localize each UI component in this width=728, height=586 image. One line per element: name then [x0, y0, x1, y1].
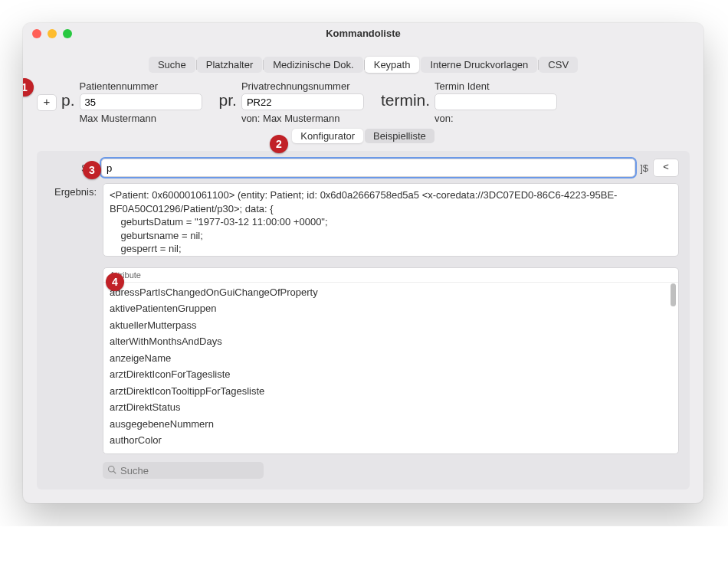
callout-badge-3: 3 — [83, 161, 101, 179]
invoice-input[interactable] — [241, 93, 364, 110]
attribute-item[interactable]: adressPartIsChangedOnGuiChangeOfProperty — [110, 284, 672, 300]
attribute-item[interactable]: aktivePatientenGruppen — [110, 300, 672, 316]
svg-line-1 — [113, 471, 116, 473]
attribute-item[interactable]: anzeigeName — [110, 350, 672, 366]
configurator-panel: $[& ]$ < Ergebnis: <Patient: 0x600001061… — [37, 151, 690, 489]
attribute-list[interactable]: adressPartIsChangedOnGuiChangeOfProperty… — [103, 283, 678, 450]
invoice-sublabel: von: Max Mustermann — [241, 113, 364, 124]
tab-keypath[interactable]: Keypath — [365, 57, 420, 73]
result-label: Ergebnis: — [48, 183, 97, 257]
result-row: Ergebnis: <Patient: 0x600001061100> (ent… — [48, 183, 679, 257]
attribute-item[interactable]: authorColor — [110, 432, 672, 448]
minimize-icon[interactable] — [48, 29, 57, 38]
patient-input[interactable] — [80, 93, 202, 110]
termin-sublabel: von: — [435, 113, 557, 124]
window-title: Kommandoliste — [23, 28, 703, 39]
termin-prefix: termin. — [381, 91, 430, 110]
callout-badge-2: 2 — [270, 135, 288, 153]
svg-point-0 — [109, 466, 115, 472]
keypath-row: $[& ]$ < — [48, 159, 679, 177]
callout-badge-4: 4 — [106, 273, 124, 291]
tab-medizinische-dok[interactable]: Medizinische Dok. — [264, 57, 363, 73]
patient-prefix: p. — [61, 91, 75, 110]
invoice-field-block: Privatrechnungsnummer von: Max Musterman… — [241, 80, 364, 124]
zoom-icon[interactable] — [63, 29, 72, 38]
main-tabbar: Suche Platzhalter Medizinische Dok. Keyp… — [37, 57, 690, 73]
tab-csv[interactable]: CSV — [539, 57, 578, 73]
invoice-label: Privatrechnungsnummer — [241, 80, 364, 92]
attribute-item[interactable]: arztDirektStatus — [110, 399, 672, 415]
search-icon — [107, 465, 116, 476]
search-field-wrap[interactable] — [103, 462, 264, 479]
close-icon[interactable] — [32, 29, 41, 38]
search-input[interactable] — [120, 465, 259, 476]
attribute-header: Attribute — [103, 268, 678, 283]
traffic-lights — [23, 29, 72, 38]
keypath-input[interactable] — [101, 159, 635, 177]
titlebar: Kommandoliste — [23, 23, 703, 44]
termin-input[interactable] — [435, 93, 557, 110]
patient-field-block: Patientennummer Max Mustermann — [80, 80, 202, 124]
termin-field-block: Termin Ident von: — [435, 80, 557, 124]
tab-platzhalter[interactable]: Platzhalter — [197, 57, 262, 73]
subtab-konfigurator[interactable]: Konfigurator — [292, 129, 363, 143]
content: 1 2 3 4 Suche Platzhalter Medizinische D… — [23, 44, 703, 503]
search-row — [103, 462, 679, 479]
add-button[interactable]: + — [37, 94, 57, 111]
back-button[interactable]: < — [653, 159, 679, 177]
invoice-prefix: pr. — [219, 91, 237, 110]
attribute-list-box: Attribute adressPartIsChangedOnGuiChange… — [103, 267, 679, 454]
tab-interne-druckvorlagen[interactable]: Interne Druckvorlagen — [421, 57, 537, 73]
attribute-item[interactable]: arztDirektIconTooltippForTagesliste — [110, 383, 672, 399]
termin-label: Termin Ident — [435, 80, 557, 92]
scrollbar-thumb[interactable] — [671, 283, 676, 306]
sub-tabbar: Konfigurator Beispielliste — [37, 129, 690, 143]
attribute-item[interactable]: alterWithMonthsAndDays — [110, 333, 672, 349]
window: Kommandoliste 1 2 3 4 Suche Platzhalter … — [23, 23, 703, 503]
patient-label: Patientennummer — [80, 80, 202, 92]
attribute-item[interactable]: ausgegebeneNummern — [110, 416, 672, 432]
identifier-row: + p. Patientennummer Max Mustermann pr. … — [37, 80, 690, 129]
callout-badge-1: 1 — [23, 78, 34, 97]
attribute-item[interactable]: arztDirektIconForTagesliste — [110, 366, 672, 382]
tab-suche[interactable]: Suche — [149, 57, 195, 73]
patient-sublabel: Max Mustermann — [80, 113, 202, 124]
subtab-beispielliste[interactable]: Beispielliste — [365, 129, 435, 143]
result-output: <Patient: 0x600001061100> (entity: Patie… — [103, 183, 679, 257]
keypath-suffix: ]$ — [640, 162, 648, 174]
attribute-item[interactable]: aktuellerMutterpass — [110, 317, 672, 333]
